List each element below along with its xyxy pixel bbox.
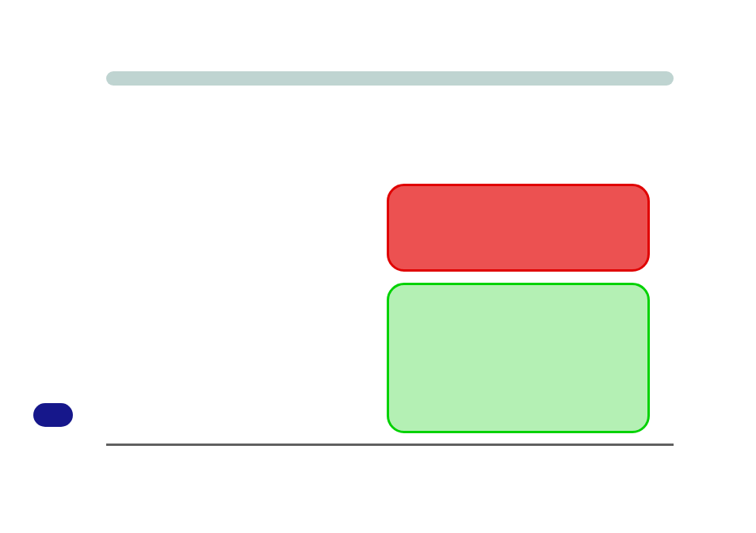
alert-panel <box>387 184 650 272</box>
edit-panel <box>387 283 650 433</box>
divider-line <box>106 444 674 446</box>
top-bar <box>106 71 674 86</box>
status-pill <box>33 403 73 427</box>
